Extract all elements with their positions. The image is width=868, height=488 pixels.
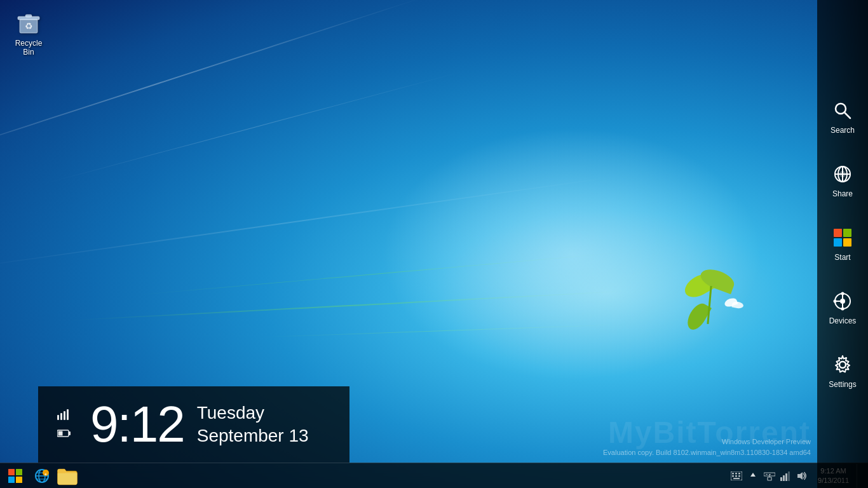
streak-1 [0,0,431,172]
svg-rect-20 [834,238,842,247]
svg-rect-48 [735,475,737,477]
charm-devices[interactable]: Devices [817,276,868,339]
svg-rect-60 [788,471,790,481]
volume-tray-icon[interactable] [795,464,810,488]
signal-tray-icon[interactable] [778,464,794,488]
svg-text:♻: ♻ [25,21,33,31]
svg-rect-62 [797,474,800,478]
svg-rect-46 [738,473,740,475]
svg-rect-2 [25,15,32,17]
svg-rect-9 [69,431,71,435]
svg-rect-42 [58,469,65,473]
svg-rect-44 [732,473,734,475]
battery-icon [57,429,71,440]
taskbar-explorer-button[interactable] [55,464,80,488]
svg-rect-56 [769,474,771,475]
svg-rect-33 [8,477,15,483]
share-icon [831,163,854,186]
build-line2: Evaluation copy. Build 8102.winmain_win8… [603,447,811,458]
charm-search-label: Search [831,126,855,135]
svg-line-12 [844,112,850,118]
clock-time: 9:12 [90,399,184,450]
gear-icon [831,353,854,376]
charm-start-label: Start [834,253,850,262]
charm-devices-label: Devices [829,316,857,325]
network-tray-icon[interactable] [762,464,777,488]
svg-rect-55 [766,474,768,475]
clock-status-icons [57,409,78,440]
svg-marker-61 [800,472,803,480]
svg-rect-32 [16,469,22,475]
svg-rect-47 [732,475,734,477]
streak-2 [39,69,469,185]
windows-icon [831,226,854,249]
taskbar-start-button[interactable] [3,464,28,488]
signal-icon [57,409,71,423]
svg-rect-52 [768,477,771,480]
clock-overlay: 9:12 Tuesday September 13 [38,386,349,463]
desktop: ♻ Recycle Bin 9:12 [0,0,868,488]
charm-settings[interactable]: Settings [817,339,868,403]
svg-rect-45 [735,473,737,475]
charm-search[interactable]: Search [817,85,868,149]
desktop-glow [381,127,763,381]
svg-rect-31 [8,469,15,475]
svg-point-29 [834,300,837,303]
svg-point-25 [841,292,844,295]
charm-share-label: Share [832,189,853,198]
charm-settings-label: Settings [829,380,856,389]
svg-point-23 [840,299,845,304]
svg-rect-50 [733,478,740,479]
plant-decoration [674,261,750,324]
build-line1: Windows Developer Preview [603,437,811,447]
search-icon [831,99,854,122]
charms-bar: Search Share Start [817,0,868,488]
svg-rect-18 [834,229,842,237]
recycle-bin-icon[interactable]: ♻ Recycle Bin [6,6,51,60]
svg-rect-7 [67,409,69,420]
svg-rect-10 [58,431,63,436]
keyboard-tray-icon[interactable] [729,464,744,488]
svg-marker-51 [750,473,756,477]
devices-icon [831,290,854,313]
charm-start[interactable]: Start [817,212,868,276]
recycle-bin-label: Recycle Bin [9,39,48,57]
svg-rect-5 [60,413,62,420]
svg-rect-49 [738,475,740,477]
show-hidden-icons[interactable] [745,464,761,488]
svg-point-30 [839,362,846,368]
svg-rect-59 [785,473,787,481]
svg-rect-4 [57,415,59,420]
svg-point-27 [841,308,844,311]
recycle-bin-graphic: ♻ [15,9,43,37]
clock-date: Tuesday September 13 [197,403,309,446]
clock-date-text: September 13 [197,426,309,446]
svg-rect-57 [780,477,782,481]
svg-rect-21 [843,238,851,247]
clock-day: Tuesday [197,403,309,423]
svg-rect-34 [16,477,22,483]
svg-rect-19 [843,229,851,237]
build-info: Windows Developer Preview Evaluation cop… [603,437,811,458]
taskbar-ie-button[interactable]: e [29,464,55,488]
charm-share[interactable]: Share [817,149,868,212]
svg-rect-6 [64,411,65,420]
svg-rect-58 [783,475,785,481]
taskbar: e [0,463,868,488]
